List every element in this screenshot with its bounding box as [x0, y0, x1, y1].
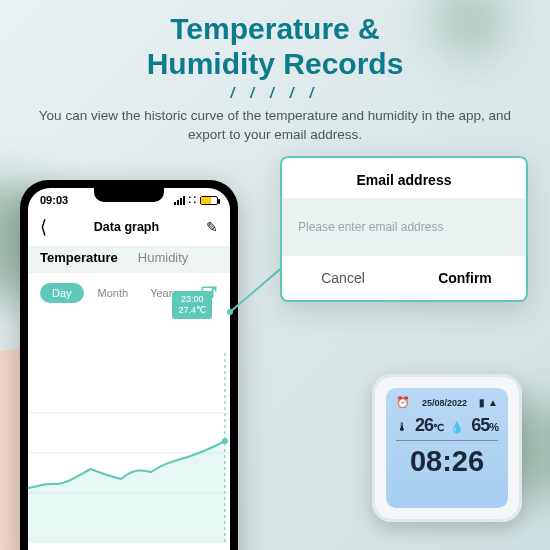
title-divider: / / / / / [0, 85, 550, 101]
lcd-wifi-icon: ▲ [488, 397, 498, 408]
lcd-clock: 08:26 [396, 445, 498, 478]
lcd-temperature: 26℃ [415, 415, 443, 436]
signal-icon [174, 196, 185, 205]
chart-data-tooltip: 23:00 27.4℃ [172, 291, 212, 319]
email-export-dialog: Email address Please enter email address… [280, 156, 528, 302]
battery-icon [200, 196, 218, 205]
tab-humidity[interactable]: Humidity [138, 250, 189, 265]
lcd-battery-icon: ▮ [479, 397, 485, 408]
edit-icon[interactable]: ✎ [206, 219, 218, 235]
svg-point-0 [227, 309, 233, 315]
sensor-device: ⏰ 25/08/2022 ▮ ▲ 🌡 26℃ 💧 65% 08:26 [372, 374, 522, 522]
droplet-icon: 💧 [450, 421, 464, 434]
email-input[interactable]: Please enter email address [282, 198, 526, 256]
screen-title: Data graph [94, 220, 159, 234]
cancel-button[interactable]: Cancel [282, 256, 404, 300]
confirm-button[interactable]: Confirm [404, 256, 526, 300]
metric-tabs: Temperature Humidity [28, 246, 230, 273]
dialog-title: Email address [282, 158, 526, 198]
range-month[interactable]: Month [90, 283, 137, 303]
temperature-chart[interactable] [28, 353, 230, 543]
svg-point-6 [222, 438, 228, 444]
page-subtitle: You can view the historic curve of the t… [30, 107, 520, 145]
phone-mockup: 09:03 ⸬ ⟨ Data graph ✎ Temperature Humid… [20, 180, 238, 550]
wifi-icon: ⸬ [189, 194, 196, 206]
range-day[interactable]: Day [40, 283, 84, 303]
tab-temperature[interactable]: Temperature [40, 250, 118, 265]
thermometer-icon: 🌡 [396, 420, 408, 434]
lcd-humidity: 65% [471, 415, 498, 436]
alarm-icon: ⏰ [396, 396, 410, 409]
callout-arrow [225, 310, 295, 312]
statusbar-time: 09:03 [40, 194, 68, 206]
lcd-date: 25/08/2022 [422, 398, 467, 408]
back-button[interactable]: ⟨ [40, 216, 47, 238]
lcd-screen: ⏰ 25/08/2022 ▮ ▲ 🌡 26℃ 💧 65% 08:26 [386, 388, 508, 508]
